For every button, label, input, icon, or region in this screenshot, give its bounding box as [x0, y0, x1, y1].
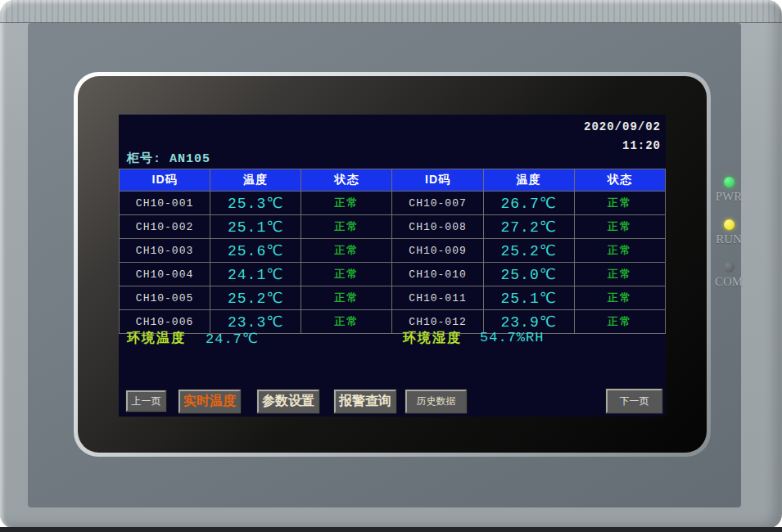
cell-id: CH10-001 — [120, 192, 210, 215]
cell-status: 正常 — [301, 215, 392, 239]
cell-temp: 25.3℃ — [210, 192, 301, 215]
bottom-shadow — [0, 527, 782, 532]
channel-monitor-table: ID码 温度 状态 ID码 温度 状态 CH10-001 25.3℃ 正常 CH… — [119, 169, 666, 334]
header-id-col2: ID码 — [392, 169, 483, 192]
alarm-query-button[interactable]: 报警查询 — [334, 390, 396, 413]
cell-status: 正常 — [301, 239, 392, 263]
cell-status: 正常 — [574, 286, 665, 310]
cell-temp: 25.2℃ — [210, 286, 301, 310]
ambient-temp-label: 环境温度 — [127, 330, 186, 347]
cell-temp: 27.2℃ — [483, 215, 574, 239]
cell-id: CH10-007 — [392, 192, 483, 215]
run-led-label: RUN — [709, 232, 748, 246]
run-led-group: RUN — [709, 219, 748, 246]
hmi-panel-chassis: 2020/09/02 11:20 柜号: AN105 ID码 温度 状态 ID码… — [0, 0, 782, 529]
parameter-settings-button[interactable]: 参数设置 — [257, 390, 319, 413]
time-text: 11:20 — [584, 137, 661, 156]
realtime-temp-button[interactable]: 实时温度 — [179, 390, 241, 413]
table-row: CH10-001 25.3℃ 正常 CH10-007 26.7℃ 正常 — [120, 192, 666, 215]
cell-temp: 25.1℃ — [483, 286, 574, 310]
cell-id: CH10-005 — [120, 286, 210, 310]
header-id-col1: ID码 — [120, 169, 210, 192]
table-row: CH10-006 23.3℃ 正常 CH10-012 23.9℃ 正常 — [120, 310, 666, 334]
table-row: CH10-003 25.6℃ 正常 CH10-009 25.2℃ 正常 — [120, 239, 666, 263]
cell-id: CH10-003 — [120, 239, 210, 263]
history-data-button[interactable]: 历史数据 — [405, 390, 467, 413]
cell-status: 正常 — [301, 310, 392, 334]
com-led-group: COM — [709, 262, 748, 289]
table-header-row: ID码 温度 状态 ID码 温度 状态 — [120, 169, 666, 192]
pwr-led-group: PWR — [709, 177, 748, 204]
header-status-col1: 状态 — [301, 169, 392, 192]
screen-bezel: 2020/09/02 11:20 柜号: AN105 ID码 温度 状态 ID码… — [78, 76, 707, 453]
header-status-col2: 状态 — [574, 169, 665, 192]
cell-temp: 26.7℃ — [483, 192, 574, 215]
header-temp-col1: 温度 — [210, 169, 301, 192]
cell-temp: 25.1℃ — [210, 215, 301, 239]
cabinet-id-label: 柜号: AN105 — [127, 151, 210, 166]
ambient-humidity-value: 54.7%RH — [480, 330, 544, 345]
cell-temp: 24.1℃ — [210, 263, 301, 286]
cell-status: 正常 — [301, 192, 392, 215]
ambient-humidity-label: 环境湿度 — [403, 330, 462, 347]
header-temp-col2: 温度 — [483, 169, 574, 192]
com-led-label: COM — [709, 275, 748, 289]
cell-status: 正常 — [574, 263, 665, 286]
prev-page-button[interactable]: 上一页 — [126, 390, 166, 412]
cell-status: 正常 — [574, 310, 665, 334]
hmi-screen: 2020/09/02 11:20 柜号: AN105 ID码 温度 状态 ID码… — [119, 115, 666, 417]
cell-id: CH10-008 — [392, 215, 483, 239]
cell-status: 正常 — [301, 286, 392, 310]
ambient-temp-value: 24.7℃ — [206, 330, 259, 347]
cell-id: CH10-010 — [392, 263, 483, 286]
date-text: 2020/09/02 — [584, 118, 661, 137]
cell-temp: 25.0℃ — [483, 263, 574, 286]
next-page-button[interactable]: 下一页 — [606, 389, 662, 413]
run-led-icon — [724, 219, 735, 230]
datetime-display: 2020/09/02 11:20 — [584, 118, 661, 156]
cell-status: 正常 — [574, 192, 665, 215]
cell-status: 正常 — [301, 263, 392, 286]
screen-bezel-ring: 2020/09/02 11:20 柜号: AN105 ID码 温度 状态 ID码… — [74, 72, 711, 457]
cell-status: 正常 — [574, 239, 665, 263]
cell-status: 正常 — [574, 215, 665, 239]
pwr-led-label: PWR — [709, 190, 748, 204]
cell-temp: 25.6℃ — [210, 239, 301, 263]
cell-id: CH10-002 — [120, 215, 210, 239]
cell-id: CH10-011 — [392, 286, 483, 310]
cell-temp: 25.2℃ — [483, 239, 574, 263]
power-led-icon — [724, 177, 735, 187]
table-row: CH10-004 24.1℃ 正常 CH10-010 25.0℃ 正常 — [120, 263, 666, 286]
cell-id: CH10-009 — [392, 239, 483, 263]
table-row: CH10-005 25.2℃ 正常 CH10-011 25.1℃ 正常 — [120, 286, 666, 310]
chassis-top-ridge — [0, 0, 782, 23]
cell-id: CH10-004 — [120, 263, 210, 286]
table-row: CH10-002 25.1℃ 正常 CH10-008 27.2℃ 正常 — [120, 215, 666, 239]
com-led-icon — [724, 262, 735, 273]
